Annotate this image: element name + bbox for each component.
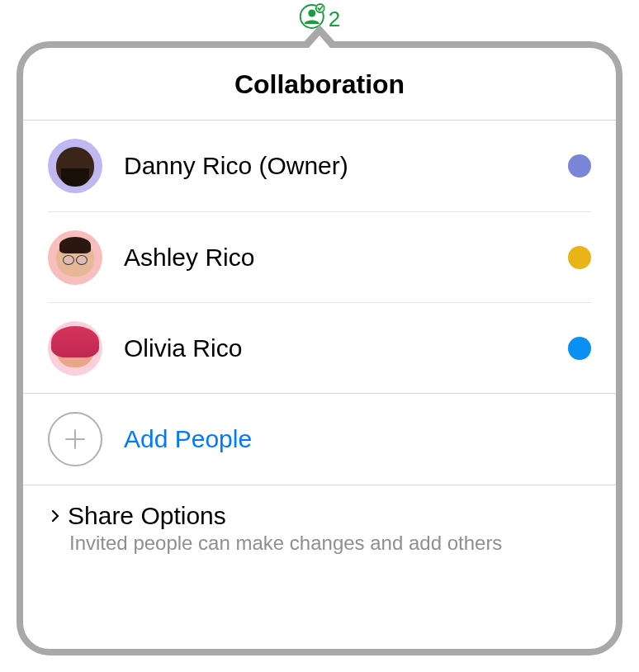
avatar: [48, 139, 102, 193]
popover-title: Collaboration: [23, 48, 616, 121]
share-options-button[interactable]: Share Options Invited people can make ch…: [23, 485, 616, 555]
presence-dot: [568, 246, 591, 269]
chevron-right-icon: [48, 509, 63, 523]
participant-list: Danny Rico (Owner) Ashley Rico Olivia Ri…: [23, 121, 616, 393]
avatar: [48, 230, 102, 285]
avatar: [48, 321, 102, 376]
share-options-title: Share Options: [68, 502, 226, 530]
participant-row[interactable]: Danny Rico (Owner): [48, 121, 591, 211]
add-people-button[interactable]: Add People: [48, 394, 591, 485]
plus-icon: [48, 412, 102, 466]
collaboration-popover: Collaboration Danny Rico (Owner) Ashley …: [17, 41, 622, 655]
participant-row[interactable]: Ashley Rico: [48, 211, 591, 302]
add-people-section: Add People: [23, 393, 616, 485]
presence-dot: [568, 154, 591, 177]
share-options-subtitle: Invited people can make changes and add …: [69, 532, 591, 555]
add-people-label: Add People: [124, 425, 252, 453]
presence-dot: [568, 337, 591, 360]
svg-point-1: [308, 10, 315, 17]
participant-name: Ashley Rico: [124, 244, 547, 272]
participant-name: Danny Rico (Owner): [124, 152, 547, 180]
participant-row[interactable]: Olivia Rico: [48, 302, 591, 393]
participant-name: Olivia Rico: [124, 334, 547, 362]
